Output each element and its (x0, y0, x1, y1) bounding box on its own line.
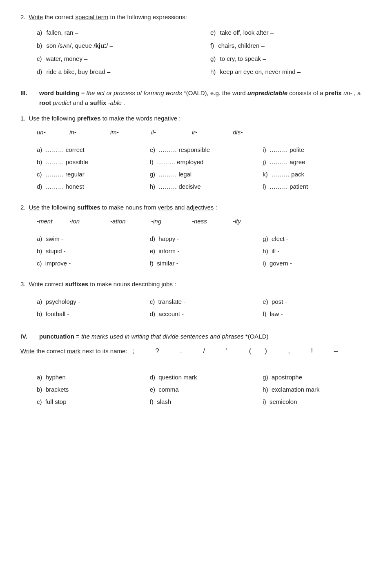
list-item: f) chairs, children – (210, 39, 372, 52)
list-item: i) govern - (263, 257, 372, 270)
suffix-ion: -ion (69, 216, 110, 226)
ex1-text: Use the following prefixes to make the w… (29, 114, 181, 123)
section-2: 2. Write the correct special term to the… (20, 12, 372, 78)
list-item: c) full stop (37, 396, 146, 408)
q2-text: Write the correct special term to the fo… (29, 12, 187, 22)
section-iii-roman: III. (20, 88, 35, 98)
list-item: e) comma (150, 383, 259, 396)
ex2-items-grid: a) swim - b) stupid - c) improve - d) ha… (37, 233, 372, 270)
suffix-ment: -ment (37, 216, 69, 226)
ex3-items-grid: a) psychology - b) football - c) transla… (37, 296, 372, 320)
prefixes-label: prefixes (77, 115, 101, 122)
list-item: h) ill - (263, 245, 372, 257)
suffix-ing: -ing (151, 216, 192, 226)
mark-label: mark (67, 348, 80, 354)
suffix-row: -ment -ion -ation -ing -ness -ity (37, 216, 372, 226)
suffix-end: . (123, 99, 125, 106)
list-item: g) elect - (263, 233, 372, 245)
unpredictable-word: unpredictable (247, 89, 287, 96)
write-label: Write (29, 13, 43, 20)
ex3-col2: c) translate - d) account - (150, 296, 259, 320)
word-building-term: word building (39, 89, 79, 96)
jobs-label: jobs (161, 281, 173, 288)
list-item: f) law - (263, 308, 372, 320)
ex2-number: 2. (20, 203, 26, 212)
punctuation-marks: ; ? . / ʹ ( ) , ! – (132, 345, 343, 357)
list-item: l) ……… patient (263, 181, 372, 193)
ex3-col1: a) psychology - b) football - (37, 296, 146, 320)
list-item: c) water, money – (37, 52, 198, 65)
ex2-header: 2. Use the following suffixes to make no… (20, 203, 372, 212)
ex1-header: 1. Use the following prefixes to make th… (20, 114, 372, 123)
list-item: d) happy - (150, 233, 259, 245)
prefix-un: un- (37, 127, 69, 137)
prefix-row: un- in- im- il- ir- dis- (37, 127, 372, 137)
ex3-col3: e) post - f) law - (263, 296, 372, 320)
expressions-grid: a) fallen, ran – b) son /sʌn/, queue /kj… (37, 26, 372, 78)
negative-label: negative (154, 115, 177, 122)
list-item: b) son /sʌn/, queue /kjuː/ – (37, 39, 198, 52)
list-item: d) account - (150, 308, 259, 320)
ex1-col3: i) ……… polite j) ……… agree k) ……… pack l… (263, 144, 372, 193)
list-item: d) ride a bike, buy bread – (37, 65, 198, 78)
list-item: e) inform - (150, 245, 259, 257)
list-item: a) ……… correct (37, 144, 146, 156)
ex1-col2: e) ……… responsible f) ……… employed g) ……… (150, 144, 259, 193)
list-item: d) ……… honest (37, 181, 146, 193)
suffix-ation: -ation (110, 216, 151, 226)
ex1-items-grid: a) ……… correct b) ……… possible c) ……… re… (37, 144, 372, 193)
exercise-2: 2. Use the following suffixes to make no… (20, 203, 372, 270)
list-item: a) fallen, ran – (37, 26, 198, 39)
prefix-label: prefix (325, 89, 342, 96)
list-item: c) improve - (37, 257, 146, 270)
list-item: g) ……… legal (150, 168, 259, 181)
list-item: f) slash (150, 396, 259, 408)
list-item: i) ……… polite (263, 144, 372, 156)
q2-the: the correct (45, 13, 75, 20)
root-intro: , a (354, 89, 361, 96)
punctuation-term: punctuation (39, 333, 74, 340)
suffix-label: suffix (90, 99, 106, 106)
expr-left-col: a) fallen, ran – b) son /sʌn/, queue /kj… (37, 26, 198, 78)
list-item: b) football - (37, 308, 146, 320)
section-iv-items-grid: a) hyphen b) brackets c) full stop d) qu… (37, 371, 372, 408)
punctuation-instruction-line: Write the correct mark next to its name:… (20, 345, 372, 357)
q2-number: 2. (20, 12, 26, 22)
prefix-val: un- (343, 89, 352, 96)
ex2-col2: d) happy - e) inform - f) similar - (150, 233, 259, 270)
word-building-def: = the act or process of forming words (81, 89, 182, 96)
suffixes-label: suffixes (77, 204, 100, 211)
verbs-label: verbs (158, 204, 173, 211)
list-item: h) ……… decisive (150, 181, 259, 193)
section-iv-header: IV. punctuation = the marks used in writ… (20, 332, 372, 341)
use-label-2: Use (29, 204, 40, 211)
ex1-col1: a) ……… correct b) ……… possible c) ……… re… (37, 144, 146, 193)
use-label-1: Use (29, 115, 40, 122)
suffix-ness: -ness (192, 216, 233, 226)
ex3-header: 3. Write correct suffixes to make nouns … (20, 279, 372, 289)
prefix-dis: dis- (233, 127, 274, 137)
iv-col3: g) apostrophe h) exclamation mark i) sem… (263, 371, 372, 408)
prefix-il: il- (151, 127, 192, 137)
list-item: e) ……… responsible (150, 144, 259, 156)
iv-col2: d) question mark e) comma f) slash (150, 371, 259, 408)
suffix-val: -able (108, 99, 121, 106)
punctuation-def: the marks used in writing that divide se… (81, 333, 244, 340)
list-item: f) similar - (150, 257, 259, 270)
expr-right-col: e) take off, look after – f) chairs, chi… (210, 26, 372, 78)
section-iv-body: punctuation = the marks used in writing … (39, 332, 269, 341)
suffixes-label-3: suffixes (65, 281, 88, 288)
adjectives-label: adjectives (187, 204, 214, 211)
root-label: root (39, 99, 51, 106)
list-item: d) question mark (150, 371, 259, 383)
prefix-ir: ir- (192, 127, 233, 137)
list-item: g) apostrophe (263, 371, 372, 383)
suffix-intro: and a (73, 99, 90, 106)
oald-note: *(OALD), e.g. the word (184, 89, 247, 96)
exercise-1: 1. Use the following prefixes to make th… (20, 114, 372, 193)
ex3-text: Write correct suffixes to make nouns des… (29, 279, 176, 289)
list-item: i) semicolon (263, 396, 372, 408)
q2-rest: to the following expressions: (110, 13, 187, 20)
prefix-im: im- (110, 127, 151, 137)
section-iv-roman: IV. (20, 332, 35, 341)
